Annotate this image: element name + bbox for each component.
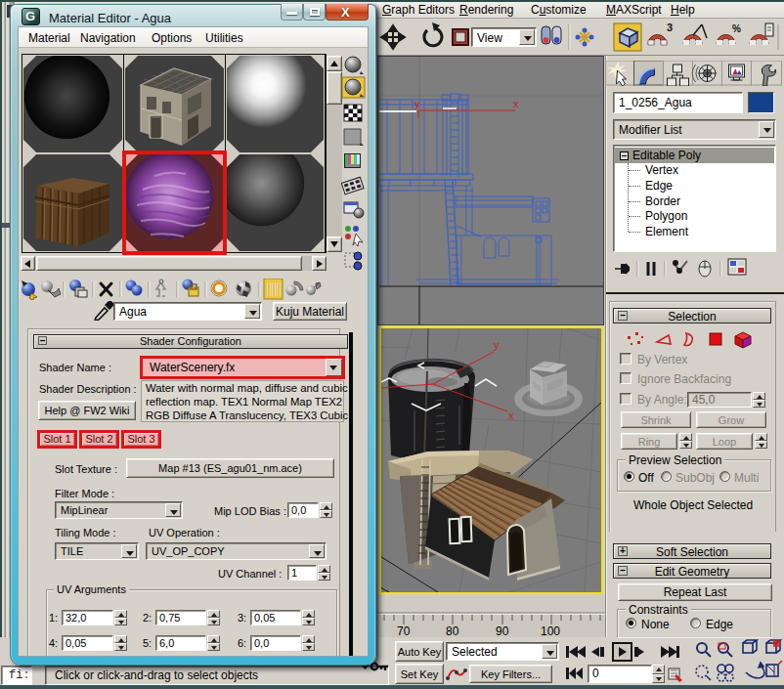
svg-text:%: % — [732, 23, 741, 34]
svg-text:x: x — [513, 98, 519, 109]
svg-text:y: y — [494, 339, 500, 351]
svg-text:70: 70 — [397, 624, 411, 638]
svg-text:100: 100 — [541, 624, 560, 638]
svg-text:80: 80 — [446, 624, 459, 638]
svg-text:y: y — [414, 98, 420, 109]
svg-text:3: 3 — [667, 22, 673, 33]
svg-text:x: x — [508, 409, 514, 421]
svg-text:90: 90 — [496, 624, 509, 638]
